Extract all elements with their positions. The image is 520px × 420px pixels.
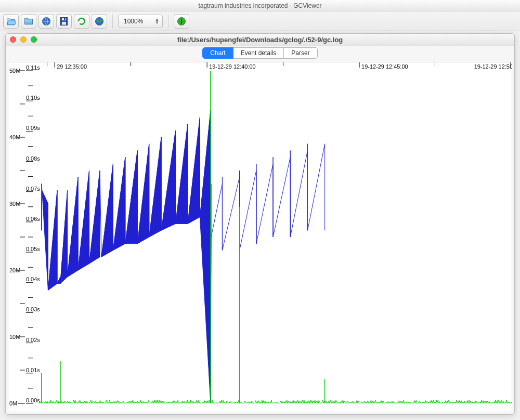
open-file-button[interactable]	[3, 14, 19, 29]
window-controls	[10, 36, 37, 43]
document-title: file:/Users/hupengfei/Downloads/gclog/./…	[177, 36, 343, 44]
svg-text:0.05s: 0.05s	[26, 246, 40, 252]
refresh-icon	[76, 16, 87, 27]
chart-area[interactable]: 0M10M20M30M40M50M0.00s0.01s0.02s0.03s0.0…	[8, 62, 512, 412]
svg-text:0.08s: 0.08s	[26, 155, 40, 162]
svg-text:0.04s: 0.04s	[26, 276, 40, 282]
watch-button[interactable]	[92, 14, 107, 29]
open-recent-icon	[23, 16, 34, 27]
save-icon	[59, 16, 69, 27]
world-icon	[94, 16, 105, 27]
svg-text:0.06s: 0.06s	[26, 216, 40, 222]
toolbar-separator	[112, 15, 113, 28]
about-button[interactable]	[174, 14, 189, 29]
tab-parser[interactable]: Parser	[284, 47, 317, 59]
svg-text:19-12-29 12:40:00: 19-12-29 12:40:00	[209, 63, 256, 70]
svg-text:0.11s: 0.11s	[26, 64, 40, 71]
tab-event-details[interactable]: Event details	[233, 47, 284, 59]
close-window-button[interactable]	[10, 36, 16, 43]
open-recent-button[interactable]	[21, 14, 36, 29]
svg-text:10M: 10M	[9, 334, 20, 340]
app-titlebar: tagtraum industries incorporated - GCVie…	[0, 0, 520, 11]
document-window: file:/Users/hupengfei/Downloads/gclog/./…	[5, 33, 515, 415]
open-file-icon	[6, 16, 16, 27]
svg-text:19-12-29 12:50: 19-12-29 12:50	[474, 63, 512, 70]
zoom-window-button[interactable]	[31, 36, 37, 43]
toolbar: 1000% ▲▼	[0, 11, 520, 31]
svg-text:20M: 20M	[9, 267, 20, 273]
svg-rect-8	[181, 19, 182, 20]
open-url-icon	[41, 16, 51, 27]
zoom-select[interactable]: 1000% ▲▼	[118, 15, 163, 28]
stepper-icon: ▲▼	[155, 18, 159, 24]
svg-text:50M: 50M	[9, 68, 20, 74]
svg-text:0M: 0M	[9, 400, 17, 406]
open-url-button[interactable]	[38, 14, 54, 29]
svg-text:30M: 30M	[9, 201, 20, 207]
svg-point-5	[96, 17, 103, 25]
svg-text:0.03s: 0.03s	[26, 306, 40, 312]
document-titlebar[interactable]: file:/Users/hupengfei/Downloads/gclog/./…	[6, 34, 514, 46]
minimize-window-button[interactable]	[20, 36, 27, 43]
zoom-value: 1000%	[124, 18, 143, 25]
about-icon	[176, 16, 187, 27]
app-title: tagtraum industries incorporated - GCVie…	[198, 2, 321, 9]
svg-rect-4	[64, 18, 66, 20]
svg-text:29 12:35:00: 29 12:35:00	[57, 63, 87, 70]
svg-text:0.07s: 0.07s	[26, 186, 40, 192]
svg-text:0.10s: 0.10s	[26, 95, 40, 101]
svg-text:0.01s: 0.01s	[26, 367, 40, 373]
svg-text:0.00s: 0.00s	[26, 397, 40, 403]
toolbar-separator	[168, 15, 168, 28]
svg-text:19-12-29 12:45:00: 19-12-29 12:45:00	[361, 63, 408, 70]
tab-chart[interactable]: Chart	[202, 47, 233, 59]
export-button[interactable]	[56, 14, 72, 29]
svg-text:0.02s: 0.02s	[26, 337, 40, 343]
refresh-button[interactable]	[74, 14, 89, 29]
view-tabs: Chart Event details Parser	[6, 46, 514, 59]
svg-text:40M: 40M	[9, 134, 20, 140]
gc-chart[interactable]: 0M10M20M30M40M50M0.00s0.01s0.02s0.03s0.0…	[8, 62, 512, 412]
svg-text:0.09s: 0.09s	[26, 125, 40, 131]
svg-rect-3	[62, 21, 66, 24]
svg-rect-7	[181, 20, 182, 23]
